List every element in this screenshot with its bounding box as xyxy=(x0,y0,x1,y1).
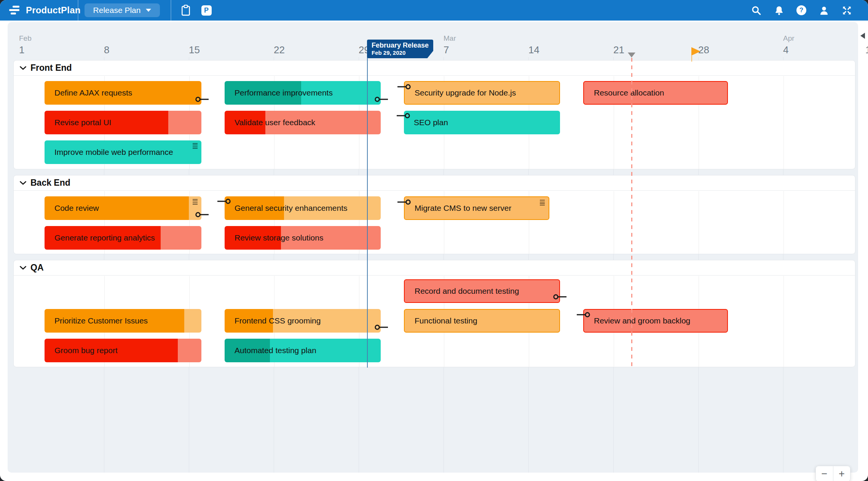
roadmap-bar[interactable]: General security enhancements xyxy=(225,196,381,220)
roadmap-canvas: February Release Feb 29, 2020 − + FebMar… xyxy=(8,22,858,473)
timeline-month-label: Mar xyxy=(444,34,456,43)
dependency-connector-icon[interactable] xyxy=(397,83,412,90)
week-gridline xyxy=(783,76,784,169)
divider xyxy=(171,0,171,21)
parking-lot-icon[interactable]: P xyxy=(201,5,212,16)
roadmap-bar[interactable]: Security upgrade for Node.js xyxy=(404,81,560,105)
roadmap-bar[interactable]: Resource allocation xyxy=(583,81,728,105)
dependency-connector-icon[interactable] xyxy=(397,199,412,205)
scroll-left-arrow-icon[interactable] xyxy=(860,33,865,39)
release-marker-badge[interactable]: February Release Feb 29, 2020 xyxy=(367,40,433,58)
today-marker-handle[interactable] xyxy=(628,53,635,57)
dependency-connector-icon[interactable] xyxy=(374,324,388,331)
roadmap-bar[interactable]: Review and groom backlog xyxy=(583,309,728,333)
today-dashed-line xyxy=(631,58,632,368)
bar-label: Record and document testing xyxy=(405,287,519,296)
lane-header-front-end[interactable]: Front End xyxy=(14,61,855,76)
app-window: ProductPlan Release Plan P ? xyxy=(0,0,868,481)
clipboard-icon[interactable] xyxy=(180,5,191,16)
zoom-out-button[interactable]: − xyxy=(815,466,833,481)
bar-label: Review and groom backlog xyxy=(584,316,690,325)
bar-label: Improve mobile web performance xyxy=(45,148,173,157)
bar-label: Frontend CSS grooming xyxy=(225,316,321,325)
roadmap-bar[interactable]: Record and document testing xyxy=(404,279,560,303)
dependency-connector-icon[interactable] xyxy=(576,311,591,318)
roadmap-bar[interactable]: Revise portal UI xyxy=(45,111,201,134)
lane-title: Front End xyxy=(30,63,72,73)
roadmap-bar[interactable]: Migrate CMS to new server xyxy=(404,196,549,220)
roadmap-bar[interactable]: Improve mobile web performance xyxy=(45,140,201,164)
chevron-down-icon xyxy=(20,66,26,70)
roadmap-bar[interactable]: Define AJAX requests xyxy=(45,81,201,105)
chevron-down-icon xyxy=(20,181,26,185)
week-gridline xyxy=(699,191,699,254)
bar-label: Groom bug report xyxy=(45,346,118,355)
lane-title: QA xyxy=(30,263,44,273)
roadmap-bar[interactable]: Groom bug report xyxy=(45,339,201,362)
week-gridline xyxy=(614,191,614,254)
plan-selector-button[interactable]: Release Plan xyxy=(85,3,160,17)
bar-label: Performance improvements xyxy=(225,88,333,97)
plan-selector-label: Release Plan xyxy=(93,6,141,15)
zoom-in-button[interactable]: + xyxy=(833,466,850,481)
dependency-connector-icon[interactable] xyxy=(552,293,567,300)
timeline-date-label: 15 xyxy=(189,44,200,56)
search-icon[interactable] xyxy=(751,5,761,16)
bar-label: Security upgrade for Node.js xyxy=(405,88,516,97)
bar-label: Generate reporting analytics xyxy=(45,233,155,242)
lane-header-qa[interactable]: QA xyxy=(14,260,855,276)
bar-label: Code review xyxy=(45,204,99,213)
roadmap-bar[interactable]: Automated testing plan xyxy=(225,339,381,362)
bar-label: Validate user feedback xyxy=(225,118,315,127)
drag-grip-icon xyxy=(193,143,198,149)
dependency-connector-icon[interactable] xyxy=(217,198,231,205)
milestone-flag-icon[interactable] xyxy=(691,47,700,56)
help-icon[interactable]: ? xyxy=(796,5,807,16)
release-marker-title: February Release xyxy=(372,41,429,49)
chevron-down-icon xyxy=(146,9,151,12)
lane-header-back-end[interactable]: Back End xyxy=(14,175,855,191)
timeline-month-label: Feb xyxy=(19,34,32,43)
bar-label: SEO plan xyxy=(404,118,448,127)
timeline-date-label: 14 xyxy=(528,44,539,56)
week-gridline xyxy=(783,276,784,367)
bar-label: Define AJAX requests xyxy=(45,88,132,97)
roadmap-bar[interactable]: SEO plan xyxy=(404,111,560,134)
chevron-down-icon xyxy=(20,266,26,270)
top-navigation-bar: ProductPlan Release Plan P ? xyxy=(0,0,868,21)
roadmap-bar[interactable]: Review storage solutions xyxy=(225,226,381,250)
milestone-flag-pole xyxy=(691,56,692,62)
bar-label: Review storage solutions xyxy=(225,233,323,242)
timeline-date-label: 8 xyxy=(104,44,109,56)
dependency-connector-icon[interactable] xyxy=(195,211,209,218)
bar-label: Migrate CMS to new server xyxy=(405,204,511,213)
week-gridline xyxy=(783,191,784,254)
dependency-connector-icon[interactable] xyxy=(396,112,411,119)
timeline-date-label: 22 xyxy=(274,44,285,56)
timeline-date-label: 1 xyxy=(19,44,24,56)
roadmap-bar[interactable]: Generate reporting analytics xyxy=(45,226,201,250)
lane-title: Back End xyxy=(30,178,70,188)
bar-label: Resource allocation xyxy=(584,88,664,97)
lane-card: Back EndCode reviewGeneral security enha… xyxy=(13,175,855,254)
roadmap-bar[interactable]: Performance improvements xyxy=(225,81,381,105)
productplan-logo-icon xyxy=(9,5,23,16)
divider xyxy=(78,0,78,21)
roadmap-bar[interactable]: Functional testing xyxy=(404,309,560,333)
bar-label: Automated testing plan xyxy=(225,346,316,355)
roadmap-bar[interactable]: Frontend CSS grooming xyxy=(225,309,381,333)
user-account-icon[interactable] xyxy=(819,5,829,16)
notifications-bell-icon[interactable] xyxy=(774,5,784,16)
dependency-connector-icon[interactable] xyxy=(374,96,388,103)
dependency-connector-icon[interactable] xyxy=(195,96,209,103)
roadmap-bar[interactable]: Validate user feedback xyxy=(225,111,381,134)
bar-label: General security enhancements xyxy=(225,204,348,213)
release-date-line xyxy=(367,57,368,368)
roadmap-bar[interactable]: Prioritize Customer Issues xyxy=(45,309,201,333)
expand-fullscreen-icon[interactable] xyxy=(841,5,852,16)
timeline-date-label: 4 xyxy=(783,44,788,56)
brand-title: ProductPlan xyxy=(26,0,81,21)
roadmap-bar[interactable]: Code review xyxy=(45,196,201,220)
timeline-date-label: 21 xyxy=(613,44,624,56)
zoom-controls: − + xyxy=(815,466,850,481)
